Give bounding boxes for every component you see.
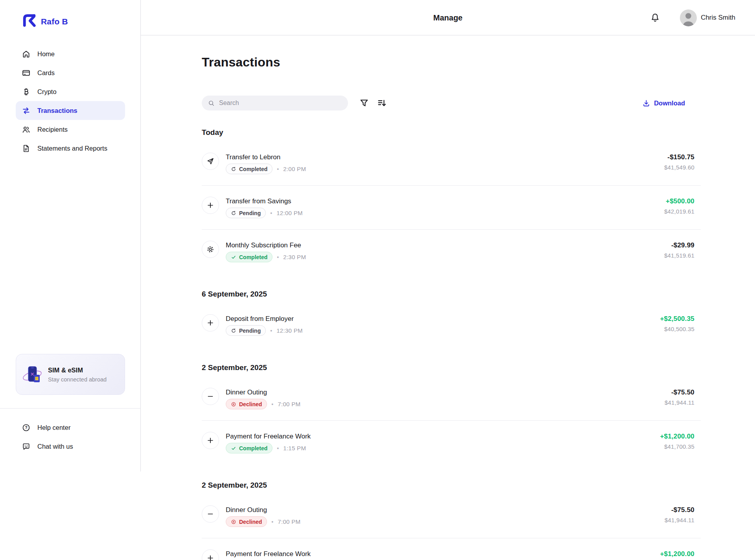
status-badge: Completed [226,164,273,174]
download-label: Download [654,99,685,107]
transaction-time: 12:00 PM [276,210,303,216]
transaction-title: Monthly Subscription Fee [226,241,306,249]
transaction-row[interactable]: Payment for Freelance Work Completed 1:1… [202,549,701,560]
promo-title: SIM & eSIM [48,367,107,374]
sidebar: Rafo B Home Cards Crypto Transactions Re… [0,0,141,472]
sidebar-item-recipients[interactable]: Recipients [16,120,125,139]
transaction-time: 7:00 PM [278,401,300,407]
transaction-row[interactable]: Dinner Outing Declined 7:00 PM -$75.50 $… [202,505,701,538]
sidebar-item-statements[interactable]: Statements and Reports [16,139,125,158]
plus-icon [206,201,215,210]
send-icon [206,157,215,166]
transaction-title: Dinner Outing [226,388,300,396]
dot-separator [270,328,272,334]
transaction-row[interactable]: Monthly Subscription Fee Completed 2:30 … [202,241,701,262]
transaction-group: 6 September, 2025 Deposit from Employer … [202,289,701,336]
status-label: Completed [239,445,267,451]
help-circle-icon: ? [22,423,31,432]
sidebar-item-home[interactable]: Home [16,44,125,63]
svg-text:?: ? [25,425,27,429]
transaction-group: 2 September, 2025 Dinner Outing Declined… [202,481,701,560]
dot-separator [277,254,279,260]
refresh-icon [231,328,236,333]
transaction-balance: $41,549.60 [664,164,694,171]
sort-icon[interactable] [377,98,387,108]
search-input[interactable] [219,99,342,107]
transaction-title: Payment for Freelance Work [226,550,311,558]
status-label: Declined [239,519,262,525]
toolbar: Download [202,96,701,111]
sidebar-item-crypto[interactable]: Crypto [16,82,125,101]
bitcoin-icon [22,87,31,96]
status-label: Declined [239,401,262,407]
transaction-title: Transfer to Lebron [226,153,306,161]
group-date: 6 September, 2025 [202,289,701,299]
minus-icon [206,510,215,518]
status-badge: Pending [226,325,266,336]
transaction-title: Dinner Outing [226,506,300,514]
dot-separator [271,519,273,525]
transaction-type-icon-circle [202,153,219,170]
main-content: Transactions Download Today Trans [141,36,755,560]
transaction-type-icon-circle [202,549,219,560]
dot-separator [277,166,279,172]
chat-bubble-icon [22,442,31,451]
transaction-row[interactable]: Transfer to Lebron Completed 2:00 PM -$1… [202,153,701,186]
avatar [680,9,697,26]
sidebar-item-label: Chat with us [37,443,73,450]
sidebar-item-label: Home [37,50,55,58]
transactions-list: Today Transfer to Lebron Completed 2:00 … [202,128,701,560]
transaction-time: 7:00 PM [278,518,300,525]
gear-icon [206,245,215,254]
x-circle-icon [231,519,236,525]
user-menu[interactable]: Chris Smith [680,9,735,26]
transaction-row[interactable]: Dinner Outing Declined 7:00 PM -$75.50 $… [202,388,701,421]
brand-logo[interactable]: Rafo B [22,12,68,28]
user-name: Chris Smith [701,14,735,22]
promo-subtitle: Stay connected abroad [48,376,107,383]
download-button[interactable]: Download [642,99,685,107]
top-header: Manage Chris Smith [141,0,755,35]
transaction-row[interactable]: Payment for Freelance Work Completed 1:1… [202,432,701,453]
transaction-row[interactable]: Transfer from Savings Pending 12:00 PM +… [202,197,701,230]
sidebar-item-label: Help center [37,424,70,431]
minus-icon [206,392,215,401]
sim-esim-promo-card[interactable]: SIM & eSIM Stay connected abroad [16,354,125,395]
search-icon [208,99,215,107]
sidebar-item-chat[interactable]: Chat with us [16,437,125,456]
bell-icon[interactable] [650,13,660,23]
transaction-time: 2:30 PM [283,254,306,260]
transaction-balance: $42,019.61 [664,208,694,215]
status-badge: Declined [226,516,267,527]
status-label: Pending [239,210,261,216]
plus-icon [206,554,215,560]
sidebar-item-cards[interactable]: Cards [16,63,125,82]
sidebar-item-label: Statements and Reports [37,145,107,152]
transaction-amount: +$1,200.00 [660,550,694,558]
home-icon [22,50,31,59]
dot-separator [270,210,272,216]
group-rows: Transfer to Lebron Completed 2:00 PM -$1… [202,153,701,262]
sidebar-item-transactions[interactable]: Transactions [16,101,125,120]
funnel-icon[interactable] [359,98,369,108]
check-icon [231,254,236,260]
transaction-amount: +$500.00 [664,197,694,205]
x-circle-icon [231,402,236,407]
dot-separator [271,401,273,407]
transaction-balance: $41,519.61 [664,252,694,259]
sidebar-item-label: Cards [37,69,55,77]
transaction-type-icon-circle [202,197,219,214]
plus-icon [206,319,215,327]
sidebar-item-label: Recipients [37,126,68,133]
sidebar-item-help-center[interactable]: ? Help center [16,418,125,437]
transaction-amount: -$150.75 [664,153,694,161]
group-date: 2 September, 2025 [202,481,701,490]
transaction-type-icon-circle [202,432,219,449]
brand-name: Rafo B [41,17,68,28]
download-icon [642,99,650,107]
page-title: Transactions [202,54,701,70]
transaction-time: 12:30 PM [276,327,303,334]
transaction-type-icon-circle [202,388,219,405]
transfer-arrows-icon [22,106,31,115]
transaction-row[interactable]: Deposit from Employer Pending 12:30 PM +… [202,314,701,336]
